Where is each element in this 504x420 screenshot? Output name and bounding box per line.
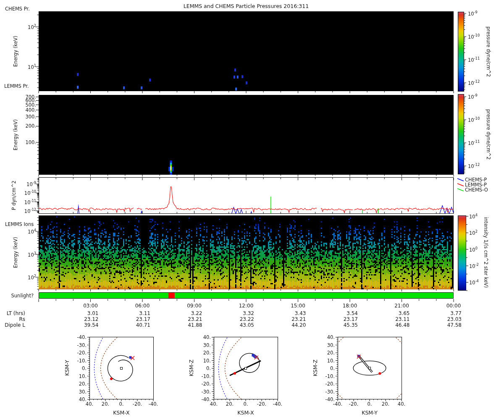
ephemeris-value: 3.32	[243, 311, 254, 316]
lemms-panel-label: LEMMS Pr.	[4, 84, 29, 89]
ephemeris-value: 40.71	[136, 323, 150, 328]
orbit-ytick-label: 30.	[327, 342, 335, 347]
orbit-ytick-label: 20.	[327, 350, 335, 355]
orbit-ytick-label: 20.	[203, 350, 211, 355]
orbit-xtick-label: -20.	[257, 402, 266, 407]
orbit-ytick-label: 30.	[203, 342, 211, 347]
orbit-xz-xaxis-label: KSM-X	[237, 410, 254, 415]
ephemeris-value: 23.21	[188, 317, 202, 322]
ephemeris-value: 3.11	[139, 311, 150, 316]
orbit-xtick-label: 0.	[119, 402, 124, 407]
energy-tick-label: 102	[28, 274, 36, 280]
ions-panel-label: LEMMS Ions	[5, 222, 34, 227]
ions-energy-axis-label: Energy (keV)	[13, 237, 18, 268]
lemms-energy-axis-label: Energy (keV)	[13, 119, 18, 150]
ephemeris-value: 44.20	[291, 323, 306, 328]
orbit-xy-yaxis-label: KSM-Y	[64, 360, 70, 376]
orbit-xtick-label: 20.	[382, 402, 389, 407]
plots-canvas	[0, 0, 504, 420]
orbit-xz-yaxis-label: KSM-Z	[189, 360, 194, 376]
ephemeris-row-label-lt: LT (hrs)	[7, 311, 25, 316]
colorbar-tick-label: 102	[469, 230, 478, 236]
ephemeris-value: 23.17	[344, 317, 358, 322]
orbit-ytick-label: -30.	[77, 342, 87, 347]
energy-tick-label: 103	[28, 252, 36, 257]
colorbar-tick-label: 100	[469, 247, 478, 252]
chems-energy-axis-label: Energy (keV)	[13, 36, 18, 67]
ephemeris-value: 3.54	[346, 311, 358, 316]
ephemeris-value: 23.21	[291, 317, 306, 322]
ephemeris-row-label-rs: Rs	[19, 317, 25, 322]
orbit-ytick-label: 40.	[79, 397, 87, 402]
orbit-ytick-label: 0.	[330, 366, 335, 371]
pressure-tick-label: 10-9	[26, 181, 36, 187]
colorbar-tick-label: 10-10	[468, 117, 480, 123]
orbit-xtick-label: -20.	[349, 402, 358, 407]
orbit-xtick-label: 40.	[398, 402, 405, 407]
orbit-ytick-label: 10.	[203, 358, 211, 363]
colorbar-tick-label: 10-9	[468, 94, 478, 100]
orbit-ytick-label: -30.	[326, 389, 335, 394]
ephemeris-value: 41.88	[188, 323, 202, 328]
intensity-colorbar-label: intensity 1/(s cm^2 ster keV)	[483, 217, 488, 288]
orbit-ytick-label: -40.	[77, 335, 87, 340]
energy-tick-label: 101	[28, 64, 36, 70]
orbit-xtick-label: 0.	[368, 402, 372, 407]
time-label: 09:00	[187, 303, 202, 309]
orbit-xtick-label: -20.	[133, 402, 142, 407]
ephemeris-value: 3.22	[191, 311, 202, 316]
colorbar-tick-label: 10-4	[469, 279, 479, 285]
orbit-ytick-label: -20.	[326, 381, 335, 386]
orbit-xy-xaxis-label: KSM-X	[113, 410, 129, 415]
colorbar-tick-label: 10-12	[468, 80, 480, 86]
time-label: 12:00	[239, 303, 254, 309]
orbit-xtick-label: 0.	[244, 402, 248, 407]
ephemeris-value: 47.58	[447, 323, 462, 328]
energy-tick-label: 100.	[25, 140, 36, 145]
orbit-xtick-label: -40.	[273, 402, 282, 407]
energy-tick-label: 104	[28, 228, 36, 234]
ephemeris-row-label-dipole: Dipole L	[5, 323, 25, 328]
colorbar-tick-label: 10-12	[468, 163, 480, 169]
orbit-xtick-label: 40.	[86, 402, 93, 407]
orbit-yz-yaxis-label: KSM-Z	[312, 360, 318, 376]
ephemeris-value: 46.48	[395, 323, 410, 328]
ephemeris-value: 3.77	[450, 311, 462, 316]
pressure-axis-label: P dyn/cm^2	[11, 181, 16, 210]
orbit-ytick-label: 0.	[206, 366, 211, 371]
colorbar-tick-label: 104	[469, 213, 478, 219]
lemms-colorbar-label: pressure dyne/cm^2	[486, 109, 491, 160]
ephemeris-value: 23.11	[395, 317, 410, 322]
energy-tick-label: 102	[28, 24, 36, 30]
ephemeris-value: 43.05	[240, 323, 254, 328]
orbit-ytick-label: -10.	[202, 373, 211, 378]
ephemeris-value: 45.35	[344, 323, 358, 328]
time-label: 06:00	[135, 303, 150, 309]
colorbar-tick-label: 10-2	[469, 263, 479, 269]
orbit-ytick-label: -40.	[202, 397, 211, 402]
orbit-ytick-label: -10.	[77, 358, 87, 363]
orbit-ytick-label: 30.	[79, 389, 87, 394]
orbit-ytick-label: -20.	[202, 381, 211, 386]
colorbar-tick-label: 10-10	[468, 34, 480, 39]
colorbar-tick-label: 10-11	[468, 57, 480, 63]
orbit-ytick-label: -40.	[326, 397, 335, 402]
ephemeris-value: 3.43	[295, 311, 306, 316]
energy-tick-label: 500.	[25, 102, 36, 108]
orbit-xtick-label: -40.	[149, 402, 158, 407]
ephemeris-value: 23.03	[447, 317, 462, 322]
ephemeris-value: 23.17	[136, 317, 150, 322]
orbit-ytick-label: 20.	[79, 381, 87, 386]
ephemeris-value: 23.22	[240, 317, 254, 322]
orbit-ytick-label: -10.	[326, 373, 335, 378]
ephemeris-value: 39.54	[84, 323, 98, 328]
energy-tick-label: 300.	[25, 114, 36, 119]
colorbar-tick-label: 10-11	[468, 140, 480, 146]
time-label: 21:00	[394, 303, 409, 309]
ephemeris-value: 23.12	[84, 317, 98, 322]
legend-label: CHEMS-O	[465, 187, 488, 192]
orbit-xtick-label: 20.	[226, 402, 234, 407]
chems-colorbar-label: pressure dyne/cm^2	[486, 26, 491, 77]
ephemeris-value: 3.65	[399, 311, 410, 316]
orbit-ytick-label: 10.	[327, 358, 335, 363]
